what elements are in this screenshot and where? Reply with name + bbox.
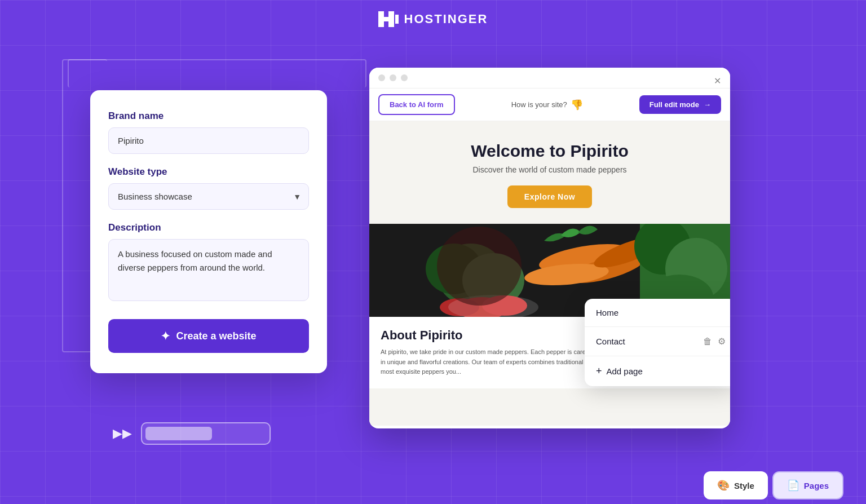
full-edit-mode-button[interactable]: Full edit mode → — [639, 95, 721, 114]
description-label: Description — [108, 222, 309, 233]
plus-icon: + — [596, 365, 602, 377]
progress-area: ▶▶ — [113, 422, 271, 445]
description-textarea[interactable]: A business focused on custom made and di… — [108, 239, 309, 301]
bottom-tabs: 🎨 Style 📄 Pages — [704, 471, 843, 499]
browser-dot-3 — [401, 74, 408, 81]
menu-item-home[interactable]: Home — [585, 299, 730, 327]
site-hero: Welcome to Pipirito Discover the world o… — [369, 121, 730, 224]
browser-dot-2 — [390, 74, 396, 81]
tab-style-button[interactable]: 🎨 Style — [704, 471, 768, 499]
menu-item-contact-icons: 🗑 ⚙ — [703, 336, 726, 347]
svg-point-16 — [437, 227, 522, 306]
browser-dot-1 — [378, 74, 385, 81]
header: HOSTINGER — [0, 0, 866, 38]
website-type-label: Website type — [108, 166, 309, 178]
close-icon[interactable]: ✕ — [714, 76, 721, 86]
thumbs-down-icon: 👎 — [571, 99, 583, 111]
logo: HOSTINGER — [378, 11, 488, 27]
browser-toolbar: Back to AI form How is your site? 👎 Full… — [369, 89, 730, 121]
sparkle-icon: ✦ — [161, 329, 170, 343]
site-title: Welcome to Pipirito — [381, 142, 719, 161]
website-type-select-wrapper: Business showcase Portfolio Blog E-comme… — [108, 183, 309, 210]
brand-name-label: Brand name — [108, 110, 309, 122]
menu-item-contact[interactable]: Contact 🗑 ⚙ — [585, 327, 730, 356]
bracket-decoration-top — [68, 59, 366, 87]
settings-icon[interactable]: ⚙ — [718, 336, 726, 347]
pages-tab-label: Pages — [804, 481, 829, 490]
tab-pages-button[interactable]: 📄 Pages — [772, 471, 843, 499]
progress-bar-fill — [145, 427, 212, 440]
create-website-button[interactable]: ✦ Create a website — [108, 319, 309, 353]
context-menu: Home Contact 🗑 ⚙ + Add page — [585, 299, 730, 386]
website-type-select[interactable]: Business showcase Portfolio Blog E-comme… — [108, 183, 309, 210]
delete-icon[interactable]: 🗑 — [703, 337, 712, 347]
chevrons-icon: ▶▶ — [113, 426, 132, 441]
site-subtitle: Discover the world of custom made pepper… — [381, 165, 719, 174]
back-to-ai-form-button[interactable]: Back to AI form — [378, 94, 455, 115]
home-label: Home — [596, 308, 618, 317]
browser-titlebar: ✕ — [369, 68, 730, 89]
full-edit-label: Full edit mode — [650, 100, 699, 109]
explore-now-button[interactable]: Explore Now — [507, 185, 592, 208]
style-tab-label: Style — [734, 481, 754, 490]
add-page-item[interactable]: + Add page — [585, 356, 730, 386]
logo-text: HOSTINGER — [404, 12, 488, 26]
form-card: Brand name Website type Business showcas… — [90, 90, 327, 373]
logo-icon — [378, 11, 399, 27]
brand-name-input[interactable] — [108, 127, 309, 154]
arrow-right-icon: → — [704, 100, 711, 109]
palette-icon: 🎨 — [717, 479, 730, 492]
how-is-site-label: How is your site? 👎 — [511, 99, 583, 111]
pages-icon: 📄 — [787, 479, 799, 492]
contact-label: Contact — [596, 337, 625, 346]
create-website-label: Create a website — [176, 330, 256, 342]
add-page-label: Add page — [607, 366, 643, 376]
browser-window: ✕ Back to AI form How is your site? 👎 Fu… — [369, 68, 730, 428]
progress-bar-container — [141, 422, 271, 445]
